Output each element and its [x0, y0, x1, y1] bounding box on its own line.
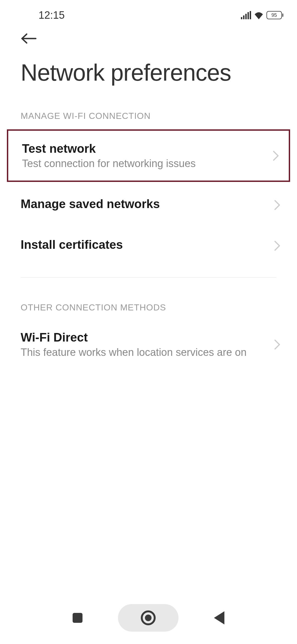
list-item-subtitle: This feature works when location service…: [21, 346, 274, 358]
nav-recent-button[interactable]: [73, 613, 82, 623]
battery-icon: 95: [266, 11, 283, 19]
chevron-right-icon: [274, 200, 280, 211]
list-item-subtitle: Test connection for networking issues: [22, 158, 273, 170]
back-arrow-icon: [21, 33, 37, 44]
back-button[interactable]: [0, 25, 297, 52]
chevron-right-icon: [274, 339, 280, 350]
section-header-manage-wifi: MANAGE WI-FI CONNECTION: [0, 97, 297, 127]
list-item-test-network[interactable]: Test network Test connection for network…: [7, 129, 290, 182]
list-item-manage-saved-networks[interactable]: Manage saved networks: [0, 185, 297, 225]
section-header-other-methods: OTHER CONNECTION METHODS: [0, 289, 297, 318]
list-item-title: Wi-Fi Direct: [21, 331, 274, 344]
status-bar: 12:15 95: [0, 0, 297, 25]
list-item-title: Manage saved networks: [21, 197, 274, 211]
chevron-right-icon: [274, 240, 280, 251]
battery-level: 95: [266, 11, 282, 19]
nav-home-button[interactable]: [118, 604, 178, 632]
page-title: Network preferences: [0, 52, 297, 97]
wifi-icon: [254, 11, 264, 19]
status-indicators: 95: [241, 11, 283, 19]
list-item-title: Install certificates: [21, 238, 274, 252]
list-item-install-certificates[interactable]: Install certificates: [0, 225, 297, 266]
nav-back-button[interactable]: [214, 611, 224, 624]
section-divider: [21, 277, 276, 278]
chevron-right-icon: [273, 150, 279, 161]
navigation-bar: [0, 600, 297, 636]
list-item-wifi-direct[interactable]: Wi-Fi Direct This feature works when loc…: [0, 318, 297, 371]
cellular-signal-icon: [241, 11, 251, 19]
status-time: 12:15: [38, 9, 65, 21]
list-item-title: Test network: [22, 142, 273, 155]
